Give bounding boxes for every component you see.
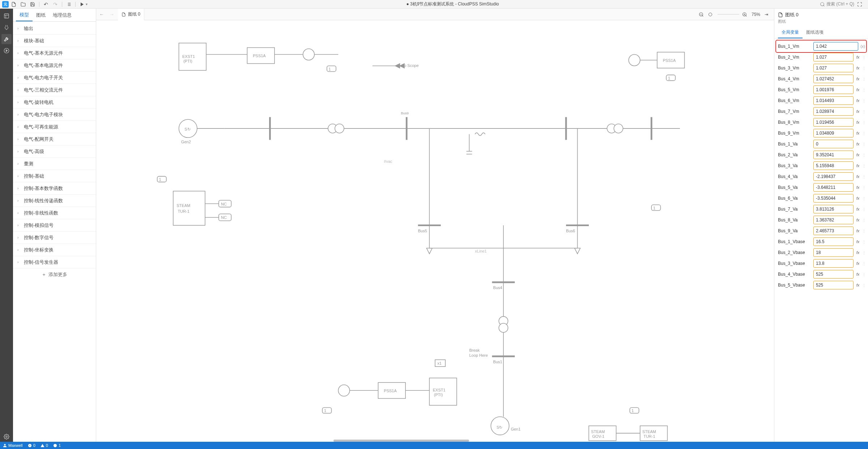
tree-item[interactable]: ›量测	[13, 158, 96, 170]
fx-button[interactable]: fx	[855, 55, 861, 59]
fx-button[interactable]: fx	[855, 261, 861, 266]
fx-button[interactable]: fx	[855, 120, 861, 124]
fx-button[interactable]: fx	[855, 66, 861, 70]
drag-handle-icon[interactable]: ⋮	[862, 186, 865, 190]
exit-zoom-button[interactable]: ⇥	[763, 12, 770, 17]
drag-handle-icon[interactable]: ⋮	[862, 262, 865, 266]
status-user[interactable]: Maxwell	[3, 443, 23, 448]
fx-button[interactable]: fx	[855, 250, 861, 255]
fx-button[interactable]: fx	[855, 218, 861, 222]
drag-handle-icon[interactable]: ⋮	[862, 207, 865, 211]
tree-item[interactable]: ›电气-电力电子模块	[13, 109, 96, 121]
tree-item[interactable]: ›控制-坐标变换	[13, 244, 96, 256]
variable-value-input[interactable]	[813, 216, 854, 224]
drag-handle-icon[interactable]: ⋮	[862, 153, 865, 157]
rail-item-settings[interactable]	[1, 432, 12, 442]
drag-handle-icon[interactable]: ⋮	[862, 55, 865, 59]
tree-item[interactable]: ›控制-信号发生器	[13, 256, 96, 268]
fx-button[interactable]: fx	[855, 131, 861, 135]
fx-button[interactable]: fx	[855, 153, 861, 157]
variable-value-input[interactable]	[813, 96, 854, 105]
tree-item[interactable]: ›控制-非线性函数	[13, 207, 96, 219]
variable-value-input[interactable]	[813, 161, 854, 170]
tab-sheet[interactable]: 图纸	[33, 9, 49, 21]
tree-add-more[interactable]: ＋添加更多	[13, 268, 96, 281]
drag-handle-icon[interactable]: ⋮	[862, 110, 865, 114]
drag-handle-icon[interactable]: ⋮	[862, 229, 865, 233]
variable-value-input[interactable]	[813, 281, 854, 289]
tab-model[interactable]: 模型	[16, 9, 33, 21]
drag-handle-icon[interactable]: ⋮	[862, 196, 865, 200]
variable-value-input[interactable]	[813, 259, 854, 268]
drag-handle-icon[interactable]: ⋮	[862, 164, 865, 168]
drag-handle-icon[interactable]: ⋮	[862, 120, 865, 124]
status-errors[interactable]: 0	[28, 443, 35, 448]
nav-back-button[interactable]: ←	[98, 12, 106, 17]
fx-button[interactable]: fx	[855, 196, 861, 200]
tab-geo[interactable]: 地理信息	[49, 9, 75, 21]
drag-handle-icon[interactable]: ⋮	[862, 240, 865, 244]
variable-value-input[interactable]	[813, 64, 854, 72]
tree-item[interactable]: ›电气-基本电源元件	[13, 59, 96, 72]
tree-item[interactable]: ›控制-基础	[13, 170, 96, 182]
fx-button[interactable]: fx	[855, 174, 861, 179]
variable-value-input[interactable]	[813, 226, 854, 235]
rail-item-plug[interactable]	[1, 22, 12, 33]
rail-item-tools[interactable]	[1, 34, 12, 44]
zoom-out-button[interactable]	[699, 12, 705, 17]
fx-button[interactable]: fx	[855, 185, 861, 190]
tree-item[interactable]: ›电气-配网开关	[13, 133, 96, 145]
fx-button[interactable]: fx	[855, 98, 861, 103]
tree-item[interactable]: ›输出	[13, 22, 96, 35]
tree-item[interactable]: ›电气-电力电子开关	[13, 72, 96, 84]
zoom-in-button[interactable]	[742, 12, 749, 17]
document-tab-active[interactable]: 图纸 0	[118, 9, 144, 20]
tree-item[interactable]: ›电气-基本无源元件	[13, 47, 96, 59]
variable-value-input[interactable]	[813, 172, 854, 181]
tree-item[interactable]: ›模块-基础	[13, 35, 96, 47]
open-file-button[interactable]	[19, 0, 27, 9]
tree-item[interactable]: ›电气-三相交流元件	[13, 84, 96, 96]
drag-handle-icon[interactable]: ⋮	[862, 272, 865, 276]
variable-value-input[interactable]	[813, 118, 854, 127]
fx-button[interactable]: fx	[855, 77, 861, 81]
fx-button[interactable]: fx	[855, 229, 861, 233]
drag-handle-icon[interactable]: ⋮	[862, 131, 865, 135]
fx-button[interactable]: fx	[855, 283, 861, 287]
status-warnings[interactable]: 0	[41, 443, 48, 448]
fx-button[interactable]: fx	[855, 142, 861, 146]
variable-value-input[interactable]	[813, 183, 854, 192]
new-file-button[interactable]	[9, 0, 18, 9]
drag-handle-icon[interactable]: ⋮	[862, 88, 865, 92]
variable-value-input[interactable]	[813, 151, 854, 159]
fullscreen-button[interactable]	[857, 2, 866, 7]
list-button[interactable]	[64, 0, 73, 9]
variable-value-input[interactable]	[813, 129, 854, 137]
fx-button[interactable]: fx	[855, 109, 861, 114]
variable-value-input[interactable]	[813, 53, 854, 62]
tree-item[interactable]: ›电气-旋转电机	[13, 96, 96, 109]
drag-handle-icon[interactable]: ⋮	[862, 251, 865, 255]
drag-handle-icon[interactable]: ⋮	[862, 283, 865, 287]
fx-button[interactable]: fx	[855, 272, 861, 276]
tree-item[interactable]: ›电气-可再生能源	[13, 121, 96, 133]
variable-value-input[interactable]	[813, 42, 858, 51]
rail-item-layout[interactable]	[1, 11, 12, 21]
variable-value-input[interactable]	[813, 194, 854, 203]
global-search[interactable]: 搜索 (Ctrl + Q)	[818, 1, 856, 7]
rail-item-play[interactable]	[1, 46, 12, 56]
redo-button[interactable]: ↷	[51, 0, 60, 9]
drag-handle-icon[interactable]: ⋮	[862, 142, 865, 146]
fx-button[interactable]: fx	[855, 240, 861, 244]
diagram-canvas[interactable]: EXST1 (PTI) PSS1A 1 To Scope	[96, 20, 774, 442]
drag-handle-icon[interactable]: ⋮	[862, 218, 865, 222]
run-button[interactable]	[78, 0, 86, 9]
variable-value-input[interactable]	[813, 85, 854, 94]
zoom-fit-button[interactable]	[708, 12, 715, 17]
variable-value-input[interactable]	[813, 75, 854, 83]
drag-handle-icon[interactable]: ⋮	[862, 99, 865, 103]
tree-item[interactable]: ›电气-高级	[13, 145, 96, 158]
drag-handle-icon[interactable]: ⋮	[862, 77, 865, 81]
tab-sheet-options[interactable]: 图纸选项	[803, 27, 827, 38]
drag-handle-icon[interactable]: ⋮	[862, 66, 865, 70]
